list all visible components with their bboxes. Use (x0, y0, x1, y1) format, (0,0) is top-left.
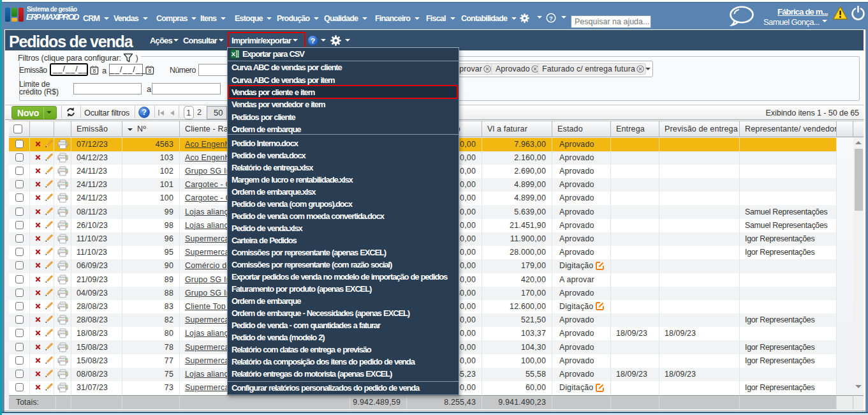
svg-text:8: 8 (92, 68, 96, 74)
svg-text:?: ? (142, 108, 147, 117)
svg-text:?: ? (311, 36, 315, 45)
svg-text:X: X (232, 50, 236, 57)
svg-text:8: 8 (148, 68, 151, 74)
svg-text:?: ? (549, 15, 553, 22)
